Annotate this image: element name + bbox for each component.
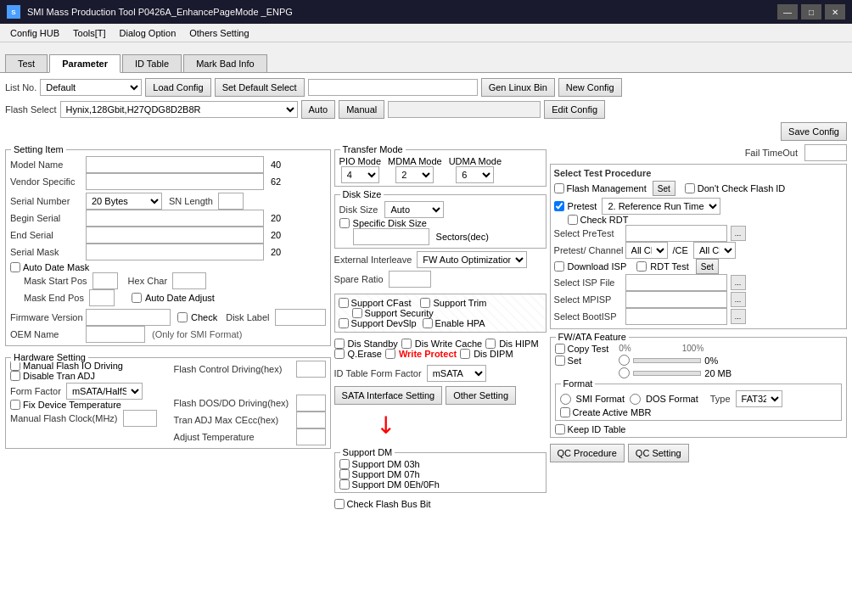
select-pretest-browse-button[interactable]: ... — [731, 226, 746, 241]
begin-serial-input[interactable]: YICHUN20160923010003 — [86, 210, 264, 227]
flash-management-checkbox[interactable] — [554, 183, 564, 193]
adjust-temp-input[interactable]: 40 — [296, 428, 326, 445]
tab-id-table[interactable]: ID Table — [122, 54, 182, 72]
disk-label-input[interactable]: SSD DISK — [275, 309, 326, 326]
mdma-mode-select[interactable]: 2 — [395, 166, 434, 183]
udma-mode-select[interactable]: 6 — [456, 166, 494, 183]
close-button[interactable]: ✕ — [825, 4, 845, 20]
fix-device-temp-checkbox[interactable] — [10, 400, 20, 410]
dont-check-flash-id-checkbox[interactable] — [685, 183, 695, 193]
all-ce-select[interactable]: All CE — [693, 242, 736, 259]
radio1[interactable] — [619, 355, 630, 366]
dis-write-cache-checkbox[interactable] — [401, 339, 412, 349]
set-button[interactable]: Set — [653, 181, 675, 196]
mask-start-pos-input[interactable]: 3 — [92, 272, 118, 289]
firmware-version-input[interactable] — [86, 309, 171, 326]
menu-others-setting[interactable]: Others Setting — [182, 26, 255, 40]
select-mpisp-input[interactable]: MPISP2246.bin — [625, 291, 727, 308]
auto-date-mask-checkbox[interactable] — [10, 262, 20, 272]
support-dm-0eh-0fh-checkbox[interactable] — [339, 479, 350, 490]
manual-button[interactable]: Manual — [339, 100, 384, 119]
enable-hpa-checkbox[interactable] — [423, 318, 433, 328]
tab-parameter[interactable]: Parameter — [49, 54, 121, 73]
minimize-button[interactable]: — — [777, 4, 798, 20]
radio2[interactable] — [619, 367, 630, 378]
serial-mask-input[interactable]: YICHUN############ — [86, 244, 264, 260]
list-no-select[interactable]: Default — [40, 79, 142, 96]
type-select[interactable]: FAT32 — [736, 390, 782, 407]
write-protect-checkbox[interactable] — [385, 349, 395, 359]
smi-format-radio[interactable] — [560, 394, 571, 405]
auto-date-adjust-checkbox[interactable] — [132, 293, 142, 303]
menu-dialog-option[interactable]: Dialog Option — [113, 26, 183, 40]
maximize-button[interactable]: □ — [801, 4, 821, 20]
load-config-button[interactable]: Load Config — [145, 78, 210, 97]
copy-test-checkbox[interactable] — [555, 344, 565, 354]
check-flash-bus-bit-checkbox[interactable] — [334, 499, 345, 509]
sn-length-input[interactable]: 20 — [218, 193, 244, 210]
support-devslp-checkbox[interactable] — [339, 318, 349, 328]
create-active-mbr-checkbox[interactable] — [560, 407, 570, 417]
disable-tran-adj-checkbox[interactable] — [10, 371, 20, 381]
support-trim-checkbox[interactable] — [420, 298, 430, 308]
oem-name-input[interactable]: DISKDISK — [86, 326, 145, 343]
select-isp-file-input[interactable]: ISP2246XT.bin — [625, 274, 727, 291]
dis-dipm-checkbox[interactable] — [460, 349, 470, 359]
q-erase-checkbox[interactable] — [334, 349, 345, 359]
select-boot-isp-browse-button[interactable]: ... — [731, 309, 746, 324]
dis-standby-checkbox[interactable] — [334, 339, 345, 349]
menu-tools[interactable]: Tools[T] — [66, 26, 113, 40]
flash-control-driving-input[interactable]: 66 — [296, 361, 326, 378]
other-setting-button[interactable]: Other Setting — [446, 386, 516, 405]
specific-disk-size-checkbox[interactable] — [339, 218, 350, 228]
fail-timeout-input[interactable]: 600 — [804, 144, 847, 161]
gen-linux-bin-button[interactable]: Gen Linux Bin — [481, 78, 555, 97]
spare-ratio-input[interactable]: 1/32 — [389, 271, 431, 288]
specific-size-input[interactable]: 13000000 — [353, 228, 429, 245]
id-table-form-factor-select[interactable]: mSATA — [427, 365, 486, 382]
pretest-select[interactable]: 2. Reference Run Time Bad — [602, 198, 720, 215]
form-factor-select[interactable]: mSATA/HalfS — [66, 383, 143, 400]
set-button2[interactable]: Set — [696, 259, 719, 274]
end-serial-input[interactable]: YICHUN20160923019999 — [86, 227, 264, 244]
select-boot-isp-input[interactable]: BootISP2246.bin — [625, 308, 727, 325]
qc-procedure-button[interactable]: QC Procedure — [550, 444, 625, 462]
model-name-input[interactable]: SSD 64GB — [86, 156, 264, 173]
tab-mark-bad-info[interactable]: Mark Bad Info — [183, 54, 266, 72]
flash-select-dropdown[interactable]: Hynix,128Gbit,H27QDG8D2B8R — [60, 101, 298, 118]
keep-id-table-checkbox[interactable] — [555, 424, 565, 434]
support-dm-07h-checkbox[interactable] — [339, 469, 350, 479]
select-isp-file-browse-button[interactable]: ... — [731, 275, 746, 290]
select-pretest-input[interactable]: PTEST2246.bin — [625, 225, 727, 242]
vendor-specific-input[interactable] — [86, 173, 264, 190]
mask-end-pos-input[interactable]: 10 — [89, 289, 115, 306]
set-checkbox[interactable] — [555, 356, 565, 366]
menu-config-hub[interactable]: Config HUB — [3, 26, 66, 40]
support-dm-03h-checkbox[interactable] — [339, 459, 350, 469]
qc-setting-button[interactable]: QC Setting — [628, 444, 689, 462]
check-rdt-checkbox[interactable] — [568, 215, 578, 225]
serial-number-select[interactable]: 20 Bytes — [86, 193, 162, 210]
save-config-button[interactable]: Save Config — [781, 122, 847, 141]
check-checkbox[interactable] — [177, 312, 188, 322]
support-cfast-checkbox[interactable] — [339, 298, 349, 308]
all-ch-select[interactable]: All CH — [625, 242, 668, 259]
flash-dos-driving-input[interactable]: 66 — [296, 395, 326, 412]
external-interleave-select[interactable]: FW Auto Optimization — [417, 251, 527, 268]
tran-adj-input[interactable]: 0 — [296, 412, 326, 428]
tab-test[interactable]: Test — [5, 54, 48, 72]
support-security-checkbox[interactable] — [352, 308, 362, 318]
set-default-select-button[interactable]: Set Default Select — [215, 78, 305, 97]
pio-mode-select[interactable]: 4 — [341, 166, 379, 183]
pretest-checkbox[interactable] — [554, 201, 564, 211]
sata-interface-setting-button[interactable]: SATA Interface Setting — [334, 386, 443, 405]
disk-size-select[interactable]: Auto — [384, 201, 444, 218]
dos-format-radio[interactable] — [630, 394, 641, 405]
new-config-button[interactable]: New Config — [558, 78, 622, 97]
rdt-test-checkbox[interactable] — [636, 261, 647, 272]
select-mpisp-browse-button[interactable]: ... — [731, 292, 746, 307]
manual-flash-clock-input[interactable]: 200 — [123, 410, 157, 427]
download-isp-checkbox[interactable] — [554, 261, 564, 272]
dis-hipm-checkbox[interactable] — [485, 339, 496, 349]
flash-config-field[interactable]: Toshiba,64Gbit,TH58TFG9DFKBA8J — [308, 79, 478, 96]
